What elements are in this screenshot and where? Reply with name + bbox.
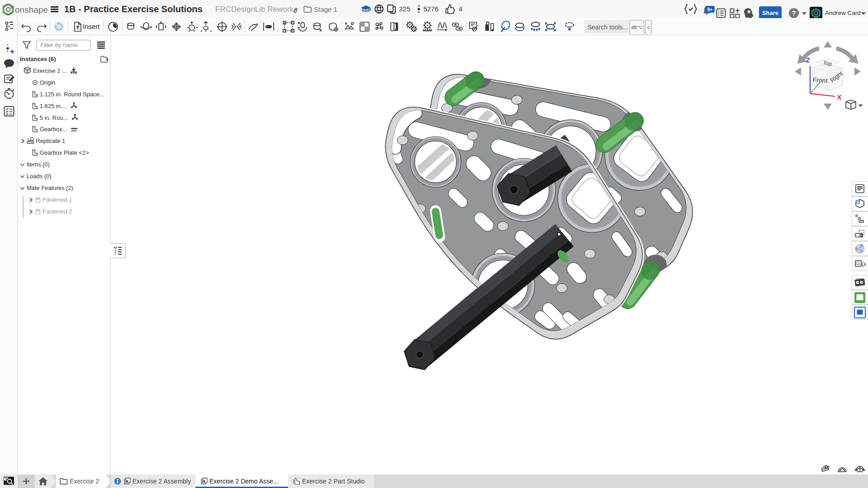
svg-text:Top: Top [822, 60, 832, 67]
svg-text:X: X [837, 94, 842, 101]
svg-text:⚙⚙: ⚙⚙ [856, 278, 861, 280]
svg-text:x): x) [863, 261, 866, 267]
svg-text:Front: Front [812, 76, 828, 84]
svg-text:Z: Z [806, 57, 810, 64]
svg-text:?: ? [792, 9, 796, 17]
